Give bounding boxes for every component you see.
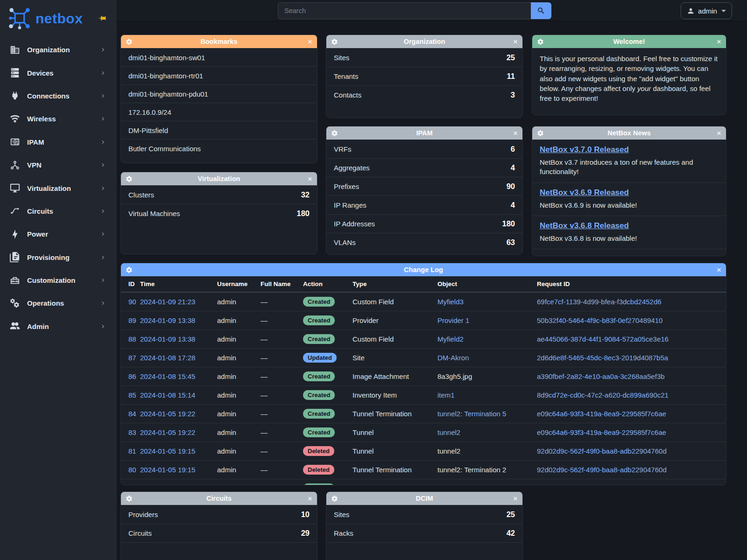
stat-row[interactable]: IP Addresses180 — [326, 214, 522, 233]
changelog-id-link[interactable]: 79 — [128, 484, 136, 485]
stat-row[interactable]: Aggregates4 — [326, 158, 522, 177]
stat-row[interactable]: Circuits29 — [121, 524, 317, 542]
changelog-request-link[interactable]: 8d9cd72e-cd0c-47c2-a620-dc899a690c21 — [537, 391, 669, 399]
gear-icon[interactable] — [126, 175, 133, 182]
bookmark-link[interactable]: dmi01-binghamton-pdu01 — [121, 84, 317, 103]
gear-icon[interactable] — [126, 38, 133, 45]
changelog-time-link[interactable]: 2024-01-05 19:14 — [140, 484, 195, 485]
close-icon[interactable]: × — [714, 266, 721, 273]
sidebar-item-admin[interactable]: Admin — [0, 315, 117, 338]
news-link[interactable]: NetBox v3.6.8 Released — [540, 221, 719, 231]
news-link[interactable]: NetBox v3.6.9 Released — [540, 188, 719, 197]
bookmark-link[interactable]: DM-Pittsfield — [121, 121, 317, 139]
changelog-id-link[interactable]: 80 — [128, 466, 136, 474]
search-input[interactable] — [278, 2, 531, 19]
changelog-request-link[interactable]: f038e755-705e-47f3-9433-5392b9e6b9e5 — [537, 484, 667, 485]
stat-row[interactable]: VRFs6 — [326, 140, 522, 158]
changelog-object-link[interactable]: DM-Akron — [437, 354, 469, 362]
stat-row[interactable]: Providers10 — [121, 505, 317, 524]
sidebar-item-virtualization[interactable]: Virtualization — [0, 176, 117, 199]
news-link[interactable]: NetBox v3.6.7 Released — [540, 254, 719, 256]
search-button[interactable] — [531, 2, 551, 19]
close-icon[interactable]: × — [714, 38, 721, 45]
gear-icon[interactable] — [537, 38, 544, 45]
changelog-time-link[interactable]: 2024-01-08 15:45 — [140, 372, 195, 380]
changelog-object-link[interactable]: tunnel1: Termination 3 — [437, 484, 506, 485]
brand-logo[interactable]: netbox — [0, 0, 117, 35]
changelog-time-link[interactable]: 2024-01-08 17:28 — [140, 354, 195, 362]
sidebar-item-customization[interactable]: Customization — [0, 269, 117, 292]
bookmark-link[interactable]: Butler Communications — [121, 139, 317, 157]
stat-row[interactable]: Prefixes90 — [326, 177, 522, 196]
changelog-time-link[interactable]: 2024-01-09 13:38 — [140, 316, 195, 324]
changelog-time-link[interactable]: 2024-01-05 19:15 — [140, 447, 195, 455]
stat-row[interactable]: Virtual Machines180 — [121, 204, 317, 223]
gear-icon[interactable] — [331, 130, 338, 137]
changelog-request-link[interactable]: 92d02d9c-562f-49f0-baa8-adb22904760d — [537, 447, 667, 455]
changelog-object-link[interactable]: Provider 1 — [437, 316, 469, 324]
sidebar-item-circuits[interactable]: Circuits — [0, 200, 117, 223]
pin-icon[interactable] — [98, 14, 106, 22]
bookmark-link[interactable]: dmi01-binghamton-sw01 — [121, 48, 317, 66]
gear-icon[interactable] — [331, 495, 338, 502]
changelog-id-link[interactable]: 88 — [128, 335, 136, 343]
changelog-object-link[interactable]: item1 — [437, 391, 455, 399]
stat-row[interactable]: IP Ranges4 — [326, 196, 522, 214]
changelog-time-link[interactable]: 2024-01-05 19:15 — [140, 466, 195, 474]
close-icon[interactable]: × — [511, 130, 518, 137]
news-link[interactable]: NetBox v3.7.0 Released — [540, 145, 719, 154]
close-icon[interactable]: × — [305, 495, 312, 502]
close-icon[interactable]: × — [305, 175, 312, 182]
stat-row[interactable]: Sites25 — [326, 505, 522, 524]
gear-icon[interactable] — [537, 130, 544, 137]
changelog-object-link[interactable]: tunnel2 — [437, 428, 460, 436]
bookmark-link[interactable]: dmi01-binghamton-rtr01 — [121, 66, 317, 84]
sidebar-item-provisioning[interactable]: Provisioning — [0, 246, 117, 269]
stat-row[interactable]: Contacts3 — [326, 85, 522, 104]
changelog-time-link[interactable]: 2024-01-05 19:22 — [140, 410, 195, 418]
sidebar-item-operations[interactable]: Operations — [0, 292, 117, 315]
sidebar-item-organization[interactable]: Organization — [0, 38, 117, 61]
gear-icon[interactable] — [126, 495, 133, 502]
changelog-id-link[interactable]: 89 — [128, 316, 136, 324]
changelog-id-link[interactable]: 86 — [128, 372, 136, 380]
changelog-object-link[interactable]: Myfield3 — [437, 298, 464, 306]
changelog-object-link[interactable]: tunnel2: Termination 5 — [437, 410, 506, 418]
close-icon[interactable]: × — [714, 130, 721, 137]
gear-icon[interactable] — [331, 38, 338, 45]
stat-row[interactable]: Clusters32 — [121, 185, 317, 204]
changelog-request-link[interactable]: ae445066-387d-44f1-9084-572a05ce3e16 — [537, 335, 669, 343]
stat-row[interactable]: Tenants11 — [326, 67, 522, 85]
changelog-id-link[interactable]: 83 — [128, 428, 136, 436]
changelog-request-link[interactable]: 69fce7cf-1139-4d99-bfea-f3dcbd2452d6 — [537, 298, 662, 306]
changelog-request-link[interactable]: 50b32f40-5464-4f9c-b83f-0ef270489410 — [537, 316, 662, 324]
changelog-object-link[interactable]: Myfield2 — [437, 335, 464, 343]
changelog-id-link[interactable]: 87 — [128, 354, 136, 362]
sidebar-item-ipam[interactable]: IPAM — [0, 131, 117, 154]
close-icon[interactable]: × — [511, 495, 518, 502]
changelog-request-link[interactable]: 92d02d9c-562f-49f0-baa8-adb22904760d — [537, 466, 667, 474]
user-menu-button[interactable]: admin — [681, 2, 732, 19]
sidebar-item-power[interactable]: Power — [0, 223, 117, 245]
changelog-id-link[interactable]: 84 — [128, 410, 136, 418]
sidebar-item-devices[interactable]: Devices — [0, 61, 117, 84]
changelog-request-link[interactable]: e09c64a6-93f3-419a-8ea9-229585f7c6ae — [537, 410, 666, 418]
changelog-id-link[interactable]: 81 — [128, 447, 136, 455]
stat-row[interactable]: Racks42 — [326, 524, 522, 542]
sidebar-item-wireless[interactable]: Wireless — [0, 107, 117, 130]
changelog-request-link[interactable]: 2d6d6e8f-5465-45dc-8ec3-2019d4087b5a — [537, 354, 668, 362]
stat-row[interactable]: VLANs63 — [326, 233, 522, 252]
stat-row[interactable]: Sites25 — [326, 48, 522, 67]
sidebar-item-connections[interactable]: Connections — [0, 84, 117, 107]
sidebar-item-vpn[interactable]: VPN — [0, 154, 117, 176]
close-icon[interactable]: × — [305, 38, 312, 45]
changelog-time-link[interactable]: 2024-01-08 15:14 — [140, 391, 195, 399]
changelog-time-link[interactable]: 2024-01-09 13:38 — [140, 335, 195, 343]
bookmark-link[interactable]: 172.16.0.9/24 — [121, 103, 317, 121]
changelog-id-link[interactable]: 90 — [128, 298, 136, 306]
changelog-time-link[interactable]: 2024-01-05 19:22 — [140, 428, 195, 436]
changelog-time-link[interactable]: 2024-01-09 21:23 — [140, 298, 195, 306]
changelog-request-link[interactable]: a390fbef-2a82-4e10-aa0a-3c268aa5ef3b — [537, 372, 665, 380]
close-icon[interactable]: × — [511, 38, 518, 45]
changelog-request-link[interactable]: e09c64a6-93f3-419a-8ea9-229585f7c6ae — [537, 428, 666, 436]
